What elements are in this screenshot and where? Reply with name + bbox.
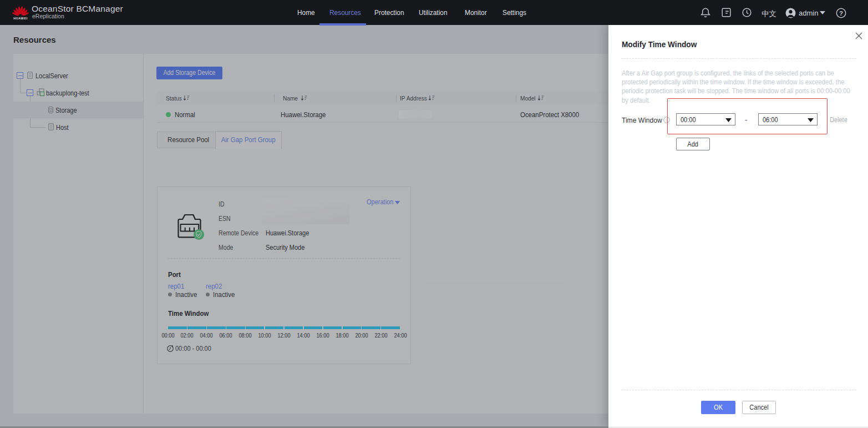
svg-text:?: ? bbox=[839, 9, 843, 16]
